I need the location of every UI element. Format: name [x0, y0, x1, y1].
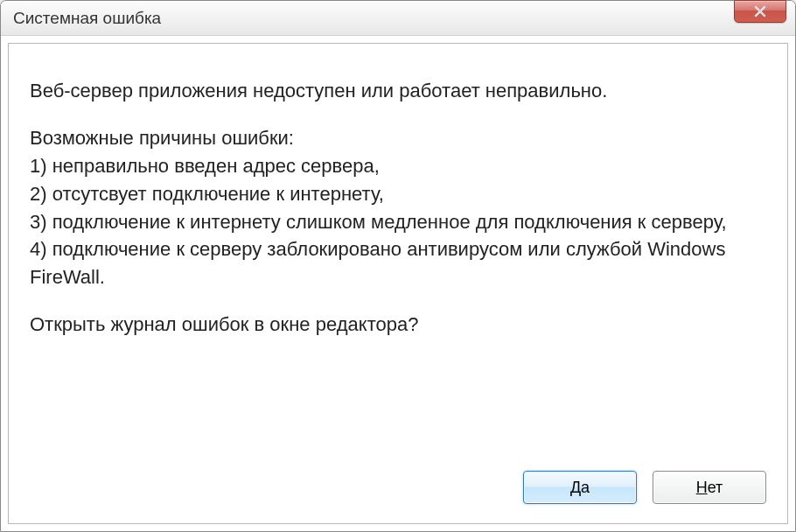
titlebar[interactable]: Системная ошибка	[1, 1, 795, 36]
reason-item: 1) неправильно введен адрес сервера,	[30, 152, 766, 180]
message-intro: Веб-сервер приложения недоступен или раб…	[30, 77, 766, 105]
reason-item: 2) отсутсвует подключение к интернету,	[30, 180, 766, 208]
message-prompt: Открыть журнал ошибок в окне редактора?	[30, 311, 766, 339]
reason-item: 4) подключение к серверу заблокировано а…	[30, 235, 766, 291]
system-error-dialog: Системная ошибка Веб-сервер приложения н…	[0, 0, 796, 532]
reasons-header: Возможные причины ошибки:	[30, 124, 766, 152]
reason-item: 3) подключение к интернету слишком медле…	[30, 208, 766, 236]
close-icon	[753, 5, 767, 18]
no-button-rest: ет	[708, 479, 723, 496]
close-button[interactable]	[734, 0, 786, 23]
no-button[interactable]: Нет	[653, 471, 766, 504]
message-content: Веб-сервер приложения недоступен или раб…	[9, 44, 787, 471]
mnemonic-letter: Н	[696, 479, 708, 496]
yes-button[interactable]: Да	[523, 471, 637, 504]
dialog-body-frame: Веб-сервер приложения недоступен или раб…	[8, 43, 788, 524]
button-bar: Да Нет	[9, 471, 787, 523]
dialog-title: Системная ошибка	[13, 9, 788, 28]
